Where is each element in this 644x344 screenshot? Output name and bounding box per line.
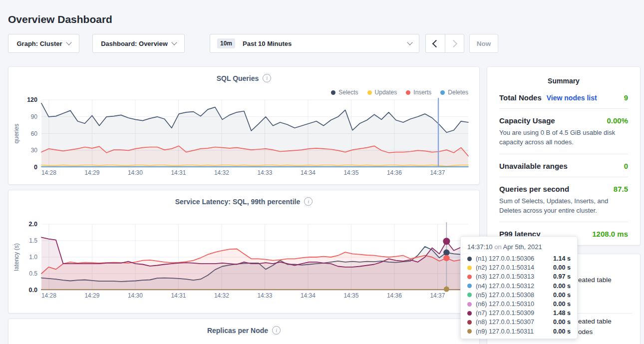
svg-text:14:28: 14:28 [41,169,56,176]
svg-text:90: 90 [31,113,38,120]
node-address: (n7) 127.0.0.1:50309 [476,310,534,317]
svg-text:0.0: 0.0 [29,287,37,294]
time-range-label: Past 10 Minutes [243,40,403,47]
summary-row: Total Nodes View nodes list 9 [499,86,628,109]
node-color-dot-icon [467,320,472,325]
svg-text:14:34: 14:34 [301,292,316,299]
node-color-dot-icon [467,329,472,334]
legend-item[interactable]: Deletes [440,89,468,96]
tooltip-timestamp: 14:37:10 on Apr 5th, 2021 [467,243,571,251]
tooltip-node-row: (n5) 127.0.0.1:50308 0.00 s [467,291,571,300]
svg-text:14:35: 14:35 [343,169,358,176]
legend-dot-icon [367,90,372,95]
legend-label: Selects [338,89,358,96]
svg-text:14:37: 14:37 [430,292,445,299]
node-latency-value: 0.00 s [553,328,571,335]
legend-dot-icon [331,90,335,95]
graph-selector-label: Graph: Cluster [16,40,62,47]
time-range-badge: 10m [217,38,235,48]
info-icon[interactable]: i [263,74,271,82]
svg-text:14:34: 14:34 [301,169,316,176]
svg-text:14:31: 14:31 [171,292,186,299]
summary-rows: Total Nodes View nodes list 9 Capacity U… [487,86,640,245]
next-time-button[interactable] [445,34,464,52]
view-nodes-list-link[interactable]: View nodes list [547,94,597,102]
summary-panel: Summary Total Nodes View nodes list 9 Ca… [487,66,641,246]
summary-row-value: 0 [624,162,628,170]
svg-text:1.0: 1.0 [29,254,37,261]
service-latency-chart-title: Service Latency: SQL, 99th percentile [175,198,301,206]
previous-time-button[interactable] [426,34,445,52]
page-title: Overview Dashboard [8,13,112,25]
chart-hover-tooltip: 14:37:10 on Apr 5th, 2021 (n1) 127.0.0.1… [460,236,578,339]
chevron-left-icon [432,39,440,47]
svg-text:120: 120 [27,96,37,103]
summary-row-description: You are using 0 B of 4.5 GiB usable disk… [499,128,628,147]
svg-text:0: 0 [34,164,37,171]
sql-queries-chart[interactable]: 030609012014:2814:2914:3014:3114:3214:33… [8,96,480,185]
time-range-dropdown[interactable]: 10m Past 10 Minutes [210,34,419,53]
node-color-dot-icon [467,257,472,261]
summary-row: Capacity Usage 0.00% You are using 0 B o… [499,109,628,154]
chevron-down-icon [407,39,412,45]
svg-text:30: 30 [31,147,38,154]
node-color-dot-icon [467,302,472,307]
summary-row: Queries per second 87.5 Sum of Selects, … [499,177,628,223]
summary-row-value: 0.00% [607,116,628,125]
summary-panel-title: Summary [487,77,640,85]
info-icon[interactable]: i [272,326,281,335]
tooltip-separator: on [494,243,501,251]
tooltip-node-row: (n4) 127.0.0.1:50312 0.00 s [467,282,571,291]
svg-text:0.5: 0.5 [29,270,37,277]
svg-text:14:33: 14:33 [257,292,272,299]
sql-queries-card: SQL Queries i Selects Updates Inserts De… [8,66,480,185]
summary-row-description: Sum of Selects, Updates, Inserts, and De… [499,197,628,216]
dashboard-selector-label: Dashboard: Overview [101,40,168,47]
info-icon[interactable]: i [304,197,313,206]
legend-label: Updates [375,89,397,96]
dashboard-selector-dropdown[interactable]: Dashboard: Overview [92,34,185,53]
svg-text:14:35: 14:35 [343,292,358,299]
node-address: (n6) 127.0.0.1:50310 [476,301,534,308]
chevron-right-icon [449,39,457,47]
now-button[interactable]: Now [469,34,498,53]
summary-row-label: Queries per second [499,185,569,193]
event-text-fragment: eated table [578,276,612,284]
tooltip-node-row: (n6) 127.0.0.1:50310 0.00 s [467,300,571,309]
svg-text:60: 60 [31,130,38,137]
svg-text:14:31: 14:31 [171,169,186,176]
node-latency-value: 0.00 s [553,292,571,299]
svg-text:14:29: 14:29 [84,169,99,176]
summary-row-value: 9 [624,93,628,102]
event-text-fragment: eated table [578,318,612,325]
sql-queries-legend: Selects Updates Inserts Deletes [331,89,468,96]
svg-text:1.5: 1.5 [29,237,37,244]
summary-row-value: 1208.0 ms [592,230,628,238]
svg-text:14:36: 14:36 [387,292,402,299]
tooltip-rows: (n1) 127.0.0.1:50306 1.14 s (n2) 127.0.0… [467,254,571,336]
legend-label: Inserts [413,89,431,96]
graph-selector-dropdown[interactable]: Graph: Cluster [8,34,79,53]
summary-row: Unavailable ranges 0 [499,154,628,177]
node-latency-value: 0.97 s [553,273,571,280]
tooltip-node-row: (n2) 127.0.0.1:50314 0.00 s [467,263,571,272]
svg-text:2.0: 2.0 [29,221,37,228]
legend-item[interactable]: Updates [367,89,397,96]
svg-text:14:32: 14:32 [214,169,229,176]
svg-text:14:32: 14:32 [214,292,229,299]
node-color-dot-icon [467,293,472,297]
tooltip-date: Apr 5th, 2021 [503,243,542,251]
svg-text:14:36: 14:36 [387,169,402,176]
node-address: (n5) 127.0.0.1:50308 [476,292,534,299]
summary-row-label: Total Nodes [499,93,542,102]
service-latency-chart[interactable]: 0.00.51.01.52.014:2814:2914:3014:3114:32… [8,220,480,314]
node-latency-value: 1.48 s [553,310,571,317]
node-color-dot-icon [467,311,472,316]
summary-row-value: 87.5 [614,185,628,193]
chevron-down-icon [171,39,177,45]
legend-item[interactable]: Inserts [406,89,431,96]
event-text-fragment: odes [578,328,593,336]
tooltip-node-row: (n3) 127.0.0.1:50313 0.97 s [467,272,571,281]
legend-item[interactable]: Selects [331,89,358,96]
node-latency-value: 1.14 s [553,255,571,262]
